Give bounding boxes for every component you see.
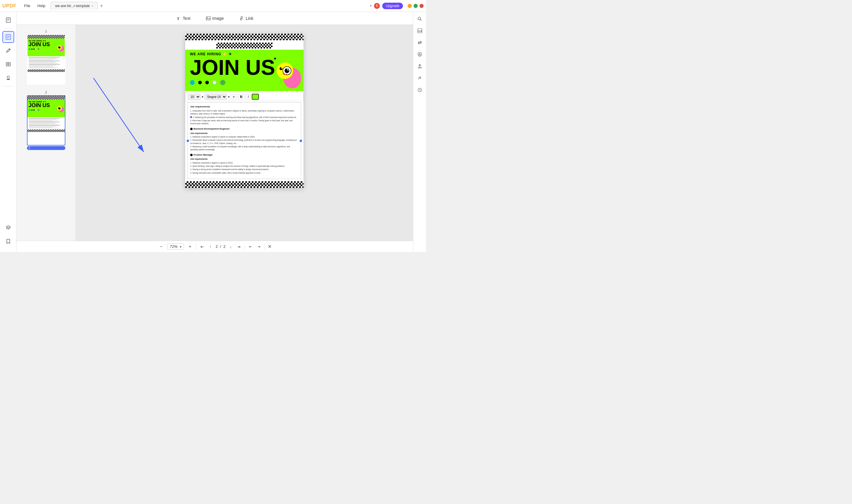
titlebar: UPDF File Help we-are-hir...r-template ×…	[0, 0, 426, 12]
zoom-in-btn[interactable]: +	[187, 244, 193, 250]
zoom-percent: 72%	[170, 244, 178, 249]
nav-prev-btn[interactable]: ↑	[208, 244, 213, 250]
content-area: T Text Image Link 1	[17, 12, 413, 252]
left-toolbar	[0, 12, 17, 252]
section2-item2: 2. Passionate about computer science and…	[190, 139, 298, 145]
thumbnail-page-1[interactable]: 1 WE ARE HIRING ✦✦ JOIN US	[17, 27, 75, 87]
close-bottom-btn[interactable]: ✕	[268, 244, 272, 249]
toolbar-edit-btn[interactable]	[2, 31, 14, 43]
svg-point-27	[60, 107, 60, 108]
toolbar-forms-btn[interactable]	[2, 58, 14, 70]
page-sep: /	[220, 244, 221, 249]
section2-item3: 3. Mastering a solid foundation of compu…	[190, 145, 298, 151]
upgrade-button[interactable]: Upgrade	[382, 3, 403, 9]
toolbar-separator2	[4, 86, 13, 86]
section2-item1: 1. Obtained a bachelor's degree or above…	[190, 136, 298, 139]
zoom-level-display[interactable]: 72% ▾	[167, 244, 184, 250]
nav-jump-prev[interactable]: ⇤	[248, 244, 253, 249]
text-edit-area[interactable]: Job requirements 1. Graduated from 2024 …	[187, 102, 301, 179]
minimize-button[interactable]	[407, 4, 412, 8]
green-banner: WE ARE HIRING 🌟 ✈ JOIN US	[185, 50, 304, 91]
italic-btn[interactable]: I	[246, 94, 251, 100]
page-indicator: 2 / 2	[216, 244, 225, 249]
nav-jump-next[interactable]: ⇥	[256, 244, 261, 249]
nav-first-btn[interactable]: ⇤	[199, 244, 205, 250]
top-checker-bar	[185, 34, 304, 40]
right-sign-btn[interactable]	[415, 73, 424, 83]
menu-file[interactable]: File	[21, 2, 33, 9]
thumbnail-page-2[interactable]: 2 WE ARE HIRING ✦✦ JOIN US	[17, 88, 75, 152]
right-ocr-btn[interactable]: OCR	[415, 26, 424, 36]
main-layout: T Text Image Link 1	[0, 12, 426, 252]
section-data-science: Job requirements 1. Graduated from 2024 …	[190, 105, 298, 125]
font-size-arrow[interactable]: ▾	[202, 95, 203, 98]
right-share-btn[interactable]	[415, 61, 424, 71]
toolbar-annotate-btn[interactable]	[2, 45, 14, 56]
zoom-out-btn[interactable]: −	[158, 244, 164, 250]
close-window-button[interactable]	[419, 4, 424, 8]
right-convert-btn[interactable]	[415, 38, 424, 47]
section-backend: Backend Development Engineer Job require…	[190, 127, 298, 151]
svg-line-8	[9, 49, 10, 50]
link-tool-btn[interactable]: Link	[236, 15, 256, 22]
doc-view[interactable]: WE ARE HIRING 🌟 ✈ JOIN US	[76, 25, 413, 241]
section3-item4: 4. Strong execution and coordination ski…	[190, 172, 298, 175]
section1-title: Job requirements	[190, 105, 298, 109]
nav-last-btn[interactable]: ⇥	[236, 244, 242, 250]
titlebar-right: ▾ B Upgrade	[370, 3, 424, 9]
svg-text:T: T	[177, 16, 180, 21]
svg-point-12	[7, 76, 10, 78]
zoom-dropdown-arrow[interactable]: ▾	[180, 245, 181, 249]
section2-subtitle: Job requirements	[190, 132, 298, 135]
bold-btn[interactable]: B	[238, 94, 244, 100]
font-family-arrow[interactable]: ▾	[228, 95, 230, 98]
total-pages: 2	[223, 244, 225, 249]
nav-next-btn[interactable]: ↓	[229, 244, 233, 250]
toolbar-bookmark-btn[interactable]	[2, 235, 14, 247]
svg-point-17	[207, 17, 208, 18]
separator2	[244, 244, 245, 250]
right-history-btn[interactable]	[415, 85, 424, 95]
svg-point-22	[60, 47, 60, 47]
svg-rect-0	[6, 18, 10, 22]
svg-rect-11	[7, 65, 10, 65]
maximize-button[interactable]	[414, 4, 418, 8]
link-tool-label: Link	[246, 16, 253, 21]
page1-number: 1	[27, 30, 66, 33]
app-logo: UPDF	[2, 3, 17, 8]
text-edit-toolbar: 10 ▾ Segoe UI ▾ ≡ B I	[185, 92, 304, 101]
image-tool-label: Image	[213, 16, 224, 21]
section-product: Product Manager Job requirements 1. Obta…	[190, 153, 298, 175]
right-protect-btn[interactable]	[415, 50, 424, 59]
section1-item3: 3. More than 3 days per week, with an in…	[190, 119, 298, 125]
text-tool-btn[interactable]: T Text	[174, 15, 194, 22]
image-tool-btn[interactable]: Image	[203, 15, 227, 22]
center-checker	[185, 42, 304, 49]
character-illustration: ✦	[272, 54, 301, 91]
section3-item1: 1. Obtained a bachelor's degree or above…	[190, 162, 298, 164]
svg-rect-9	[6, 62, 10, 66]
new-tab-btn[interactable]: +	[97, 2, 105, 10]
font-family-select[interactable]: Segoe UI	[204, 94, 227, 100]
section3-item3: 3. Having a strong sense of platform fra…	[190, 168, 298, 171]
svg-point-36	[279, 67, 283, 70]
color-btn[interactable]	[252, 94, 259, 100]
window-controls	[407, 4, 424, 8]
toolbar-pages-btn[interactable]	[2, 14, 14, 26]
font-size-select[interactable]: 10	[188, 94, 201, 100]
active-tab[interactable]: we-are-hir...r-template ×	[51, 2, 97, 10]
tab-close-btn[interactable]: ×	[92, 4, 93, 8]
menu-help[interactable]: Help	[35, 2, 49, 9]
dropdown-arrow-icon[interactable]: ▾	[370, 4, 371, 7]
tab-label: we-are-hir...r-template	[55, 4, 90, 8]
right-search-btn[interactable]	[415, 14, 424, 24]
menu-bar: File Help	[21, 2, 49, 9]
svg-line-29	[93, 78, 144, 152]
svg-line-40	[420, 19, 421, 21]
page2-number: 2	[27, 90, 66, 94]
toolbar-layers-btn[interactable]	[2, 222, 14, 234]
bottom-checker-bar	[185, 181, 304, 188]
toolbar-stamps-btn[interactable]	[2, 72, 14, 84]
align-btn[interactable]: ≡	[231, 94, 237, 100]
section3-subtitle: Job requirements	[190, 157, 298, 161]
